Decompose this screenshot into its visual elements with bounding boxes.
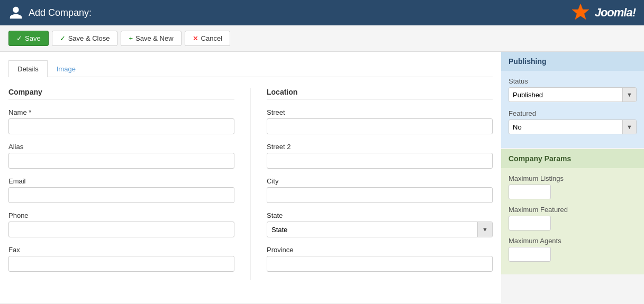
toolbar: ✓ Save ✓ Save & Close + Save & New ✕ Can…: [0, 25, 644, 52]
company-column: Company Name * Alias Email Phone: [8, 88, 250, 280]
status-label: Status: [509, 77, 637, 85]
company-params-body: Maximum Listings Maximum Featured Maximu…: [501, 168, 644, 274]
street2-input[interactable]: [267, 153, 493, 169]
featured-label: Featured: [509, 109, 637, 117]
status-select-wrapper: Published Unpublished Archived Trashed ▼: [509, 87, 637, 102]
tab-image[interactable]: Image: [48, 60, 85, 77]
form-area: Details Image Company Name * Alias: [0, 52, 501, 303]
phone-input[interactable]: [8, 222, 234, 237]
fax-input[interactable]: [8, 256, 234, 272]
status-dropdown-btn[interactable]: ▼: [622, 88, 636, 102]
publishing-header: Publishing: [501, 52, 644, 71]
save-icon: ✓: [16, 34, 22, 42]
save-close-label: Save & Close: [68, 34, 110, 42]
state-select[interactable]: State Alabama Alaska Arizona California …: [267, 222, 477, 237]
tab-details[interactable]: Details: [8, 60, 48, 77]
street2-field-group: Street 2: [267, 143, 493, 169]
user-icon: [8, 5, 23, 20]
cancel-icon: ✕: [193, 34, 198, 42]
location-section-title: Location: [267, 88, 493, 100]
featured-group: Featured No Yes ▼: [509, 109, 637, 134]
save-new-label: Save & New: [135, 34, 174, 42]
featured-select-wrapper: No Yes ▼: [509, 119, 637, 134]
email-input[interactable]: [8, 187, 234, 203]
street-field-group: Street: [267, 108, 493, 134]
featured-select[interactable]: No Yes: [509, 120, 622, 134]
joomla-star-icon: [569, 2, 592, 24]
phone-label: Phone: [8, 211, 234, 219]
status-group: Status Published Unpublished Archived Tr…: [509, 77, 637, 102]
province-field-group: Province: [267, 246, 493, 272]
state-field-group: State State Alabama Alaska Arizona Calif…: [267, 211, 493, 237]
fax-field-group: Fax: [8, 246, 234, 272]
max-listings-label: Maximum Listings: [509, 174, 637, 182]
company-params-section: Company Params Maximum Listings Maximum …: [501, 149, 644, 274]
save-close-button[interactable]: ✓ Save & Close: [52, 31, 118, 46]
name-label: Name *: [8, 108, 234, 116]
max-listings-group: Maximum Listings: [509, 174, 637, 199]
checkmark-icon: ✓: [60, 34, 66, 42]
max-agents-label: Maximum Agents: [509, 237, 637, 245]
state-select-wrapper: State Alabama Alaska Arizona California …: [267, 222, 493, 237]
state-dropdown-btn[interactable]: ▼: [477, 222, 492, 237]
location-column: Location Street Street 2 City State: [250, 88, 493, 280]
city-input[interactable]: [267, 187, 493, 203]
name-field-group: Name *: [8, 108, 234, 134]
state-label: State: [267, 211, 493, 219]
page-title: Add Company:: [29, 7, 92, 19]
save-button[interactable]: ✓ Save: [8, 31, 49, 46]
email-field-group: Email: [8, 177, 234, 203]
province-input[interactable]: [267, 256, 493, 272]
fax-label: Fax: [8, 246, 234, 254]
publishing-section: Publishing Status Published Unpublished …: [501, 52, 644, 148]
max-agents-group: Maximum Agents: [509, 237, 637, 262]
alias-input[interactable]: [8, 153, 234, 169]
save-label: Save: [25, 34, 41, 42]
max-featured-label: Maximum Featured: [509, 206, 637, 214]
name-input[interactable]: [8, 118, 234, 134]
publishing-body: Status Published Unpublished Archived Tr…: [501, 71, 644, 148]
header-left: Add Company:: [8, 5, 92, 20]
cancel-label: Cancel: [201, 34, 222, 42]
joomla-logo: Joomla!: [569, 2, 636, 24]
max-agents-input[interactable]: [509, 247, 551, 262]
max-featured-input[interactable]: [509, 216, 551, 231]
cancel-button[interactable]: ✕ Cancel: [185, 31, 230, 46]
company-params-header: Company Params: [501, 149, 644, 168]
province-label: Province: [267, 246, 493, 254]
form-columns: Company Name * Alias Email Phone: [8, 88, 493, 280]
joomla-brand-text: Joomla!: [595, 6, 636, 20]
max-listings-input[interactable]: [509, 185, 551, 199]
street-label: Street: [267, 108, 493, 116]
street2-label: Street 2: [267, 143, 493, 151]
phone-field-group: Phone: [8, 211, 234, 237]
max-featured-group: Maximum Featured: [509, 206, 637, 231]
city-label: City: [267, 177, 493, 185]
status-select[interactable]: Published Unpublished Archived Trashed: [509, 88, 622, 102]
sidebar: Publishing Status Published Unpublished …: [501, 52, 644, 303]
tabs: Details Image: [8, 60, 493, 77]
app-header: Add Company: Joomla!: [0, 0, 644, 25]
featured-dropdown-btn[interactable]: ▼: [622, 120, 636, 134]
plus-icon: +: [129, 34, 133, 42]
alias-field-group: Alias: [8, 143, 234, 169]
alias-label: Alias: [8, 143, 234, 151]
save-new-button[interactable]: + Save & New: [121, 31, 181, 46]
company-section-title: Company: [8, 88, 234, 100]
city-field-group: City: [267, 177, 493, 203]
email-label: Email: [8, 177, 234, 185]
main-content: Details Image Company Name * Alias: [0, 52, 644, 303]
street-input[interactable]: [267, 118, 493, 134]
